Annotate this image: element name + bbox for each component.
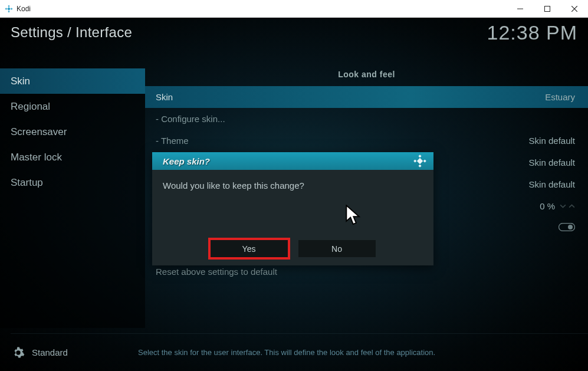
dialog-button-row: Yes No [152, 240, 433, 257]
button-label: No [331, 244, 342, 254]
sidebar-item-skin[interactable]: Skin [0, 68, 145, 94]
dialog-message: Would you like to keep this change? [152, 170, 433, 201]
sidebar: Skin Regional Screensaver Master lock St… [0, 68, 145, 328]
toggle-off-icon[interactable] [559, 223, 575, 233]
window-titlebar: Kodi [0, 0, 588, 18]
svg-rect-2 [11, 8, 12, 9]
no-button[interactable]: No [298, 240, 376, 257]
clock: 12:38 PM [487, 21, 577, 44]
sidebar-item-label: Master lock [11, 152, 62, 163]
setting-configure-skin[interactable]: - Configure skin... [145, 108, 588, 130]
dialog-title-text: Keep skin? [163, 156, 210, 166]
svg-rect-5 [545, 6, 550, 11]
sidebar-item-label: Skin [11, 75, 30, 87]
svg-rect-11 [418, 165, 421, 168]
yes-button[interactable]: Yes [211, 240, 288, 257]
setting-label: Reset above settings to default [156, 267, 575, 277]
dialog-title: Keep skin? [152, 152, 433, 170]
setting-theme[interactable]: - Theme Skin default [145, 130, 588, 152]
sidebar-item-label: Startup [11, 177, 43, 189]
svg-rect-10 [423, 159, 426, 162]
setting-value: Skin default [529, 136, 575, 146]
setting-skin[interactable]: Skin Estuary [145, 86, 588, 108]
svg-rect-1 [5, 8, 7, 9]
section-title: Look and feel [145, 68, 588, 86]
maximize-button[interactable] [534, 0, 561, 18]
setting-label: Skin [156, 92, 545, 102]
settings-level[interactable]: Standard [32, 347, 138, 357]
chevron-down-icon[interactable] [560, 201, 566, 211]
setting-value: 0 % [540, 201, 555, 211]
svg-rect-3 [8, 11, 9, 12]
sidebar-item-startup[interactable]: Startup [0, 170, 145, 195]
button-label: Yes [242, 244, 256, 254]
kodi-logo-icon [5, 5, 13, 13]
kodi-logo-icon [413, 155, 426, 170]
svg-rect-9 [413, 159, 416, 162]
svg-point-7 [568, 225, 573, 229]
app-root: Settings / Interface 12:38 PM Skin Regio… [0, 18, 588, 371]
close-button[interactable] [561, 0, 588, 18]
svg-rect-0 [8, 5, 9, 6]
sidebar-item-label: Regional [11, 101, 50, 113]
svg-rect-8 [418, 155, 421, 157]
svg-rect-12 [417, 158, 423, 164]
help-text: Select the skin for the user interface. … [138, 348, 435, 357]
chevron-up-icon[interactable] [569, 201, 575, 211]
header: Settings / Interface 12:38 PM [0, 18, 588, 47]
setting-value: Skin default [529, 179, 575, 189]
window-title: Kodi [17, 5, 31, 13]
keep-skin-dialog: Keep skin? Would you like to keep this c… [152, 152, 433, 265]
sidebar-item-masterlock[interactable]: Master lock [0, 145, 145, 170]
setting-value: Estuary [545, 92, 575, 102]
sidebar-item-label: Screensaver [11, 126, 67, 138]
minimize-button[interactable] [507, 0, 534, 18]
svg-rect-4 [7, 7, 11, 11]
zoom-spinner[interactable]: 0 % [540, 201, 575, 211]
setting-value: Skin default [529, 157, 575, 168]
setting-label: - Configure skin... [156, 114, 575, 124]
sidebar-item-regional[interactable]: Regional [0, 94, 145, 119]
gear-icon[interactable] [12, 346, 25, 359]
breadcrumb: Settings / Interface [11, 24, 132, 41]
sidebar-item-screensaver[interactable]: Screensaver [0, 119, 145, 145]
footer: Standard Select the skin for the user in… [0, 334, 588, 371]
setting-label: - Theme [156, 136, 529, 146]
